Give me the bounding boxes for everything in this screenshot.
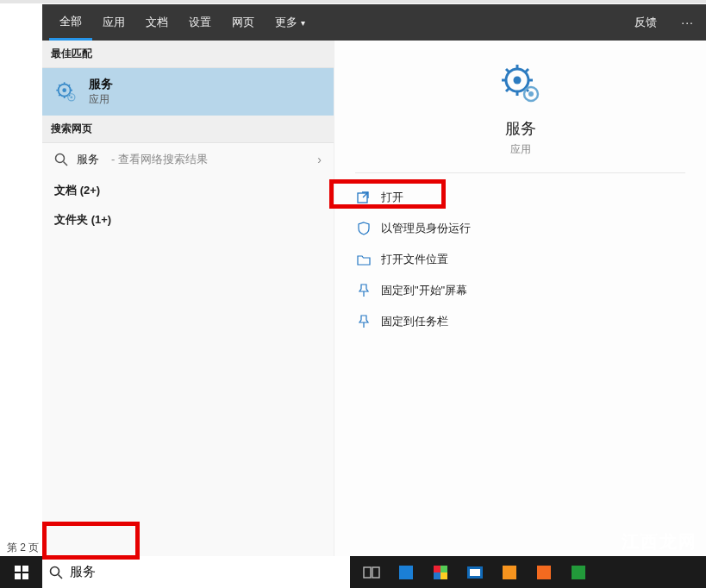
svg-rect-46 [509,572,516,579]
action-pin-taskbar-label: 固定到任务栏 [381,314,448,329]
svg-rect-39 [434,572,440,579]
svg-rect-42 [470,569,480,576]
tab-more[interactable]: 更多 ▾ [265,4,316,41]
taskbar [0,556,706,588]
detail-subtitle: 应用 [510,142,531,157]
app-icon-1[interactable] [397,563,415,582]
action-admin-label: 以管理员身份运行 [381,221,471,236]
svg-rect-45 [503,572,509,579]
tab-all[interactable]: 全部 [49,4,92,41]
svg-line-22 [506,88,509,91]
web-query-text: 服务 [77,152,99,167]
chevron-down-icon: ▾ [301,18,305,28]
panel-body: 最佳匹配 服务 应用 搜索网页 服务 - 查看网络搜索结果 › 文档 (2+) [42,41,706,556]
action-run-as-admin[interactable]: 以管理员身份运行 [345,213,696,244]
action-open[interactable]: 打开 [345,182,696,213]
svg-rect-44 [509,566,516,572]
folder-icon [357,253,371,266]
tab-settings[interactable]: 设置 [178,4,222,41]
svg-rect-35 [372,567,379,578]
svg-rect-40 [440,572,447,579]
result-detail-pane: 服务 应用 打开 以管理员身份运行 打开文件位置 [334,41,706,556]
search-web-header: 搜索网页 [42,116,334,143]
web-hint-text: - 查看网络搜索结果 [111,152,208,167]
svg-point-32 [51,566,59,575]
detail-title: 服务 [505,118,536,139]
page-number-label: 第 2 页 [7,541,39,555]
svg-rect-28 [15,566,21,572]
taskbar-pinned-apps [350,556,588,588]
admin-shield-icon [357,222,371,235]
svg-line-33 [59,574,63,579]
action-file-location-label: 打开文件位置 [381,252,448,267]
svg-point-25 [528,91,534,97]
services-gear-icon [54,80,78,104]
app-icon-2[interactable] [431,563,450,582]
windows-logo-icon [15,566,28,579]
category-documents[interactable]: 文档 (2+) [42,176,334,205]
action-open-file-location[interactable]: 打开文件位置 [345,244,696,275]
watermark: 江西龙网 [622,530,697,554]
best-match-item[interactable]: 服务 应用 [42,68,334,116]
svg-line-9 [68,84,70,86]
svg-point-15 [513,77,521,84]
best-match-header: 最佳匹配 [42,41,334,68]
tab-more-label: 更多 [275,15,297,30]
action-pin-start-label: 固定到"开始"屏幕 [381,283,467,298]
more-options-button[interactable]: ··· [669,4,706,41]
svg-line-6 [59,84,60,86]
svg-line-20 [506,69,509,72]
detail-header: 服务 应用 [334,41,706,172]
svg-rect-37 [434,566,440,572]
action-list: 打开 以管理员身份运行 打开文件位置 固定到"开始"屏幕 固定到任务栏 [334,182,706,337]
action-open-label: 打开 [381,190,403,205]
svg-rect-30 [15,573,21,579]
divider [355,172,685,173]
svg-rect-48 [572,566,585,579]
tab-docs[interactable]: 文档 [135,4,178,41]
svg-rect-31 [22,573,28,579]
svg-rect-43 [503,566,509,572]
action-pin-to-start[interactable]: 固定到"开始"屏幕 [345,275,696,306]
svg-point-12 [56,154,65,163]
search-icon [54,153,68,166]
svg-rect-29 [22,566,28,572]
best-match-subtitle: 应用 [89,92,113,107]
app-icon-5[interactable] [534,563,553,582]
taskbar-search-input[interactable] [70,556,350,588]
tab-apps[interactable]: 应用 [92,4,135,41]
open-icon [357,191,371,204]
best-match-title: 服务 [89,77,113,92]
svg-rect-36 [399,566,413,579]
pin-start-icon [357,284,371,297]
action-pin-to-taskbar[interactable]: 固定到任务栏 [345,306,696,337]
search-results-panel: 全部 应用 文档 设置 网页 更多 ▾ 反馈 ··· 最佳匹配 服务 应用 搜索… [42,4,706,556]
svg-line-23 [525,69,528,72]
start-button[interactable] [0,556,42,588]
svg-rect-47 [537,566,551,579]
results-list: 最佳匹配 服务 应用 搜索网页 服务 - 查看网络搜索结果 › 文档 (2+) [42,41,334,556]
svg-rect-38 [440,566,447,572]
category-folders[interactable]: 文件夹 (1+) [42,205,334,235]
svg-point-1 [62,88,66,92]
svg-line-13 [64,162,68,166]
chevron-right-icon: › [317,153,322,166]
app-icon-4[interactable] [500,563,519,582]
tab-web[interactable]: 网页 [222,4,265,41]
folders-label: 文件夹 [54,213,88,226]
svg-rect-34 [364,567,371,578]
docs-count: (2+) [80,184,100,197]
task-view-icon[interactable] [362,563,381,582]
svg-point-11 [70,96,72,98]
web-search-item[interactable]: 服务 - 查看网络搜索结果 › [42,143,334,176]
folders-count: (1+) [91,213,111,226]
search-tabs: 全部 应用 文档 设置 网页 更多 ▾ 反馈 ··· [42,4,706,41]
taskbar-search-box[interactable] [42,556,350,588]
app-icon-6[interactable] [569,563,588,582]
search-icon [49,566,63,579]
feedback-link[interactable]: 反馈 [622,4,669,41]
pin-taskbar-icon [357,315,371,328]
services-gear-icon-large [500,63,541,104]
app-icon-3[interactable] [465,563,484,582]
svg-line-8 [59,94,60,96]
